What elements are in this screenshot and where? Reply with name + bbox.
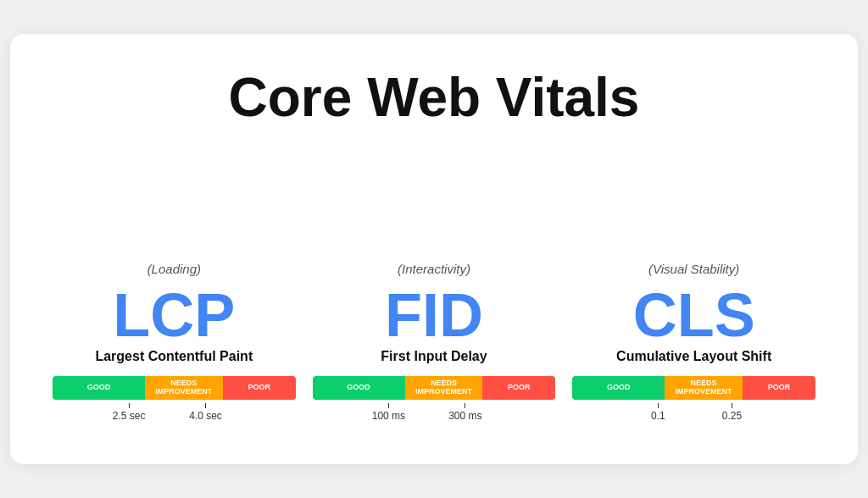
fid-good-label: GOOD [345,382,372,394]
lcp-abbr: LCP [113,285,235,346]
fid-bar-poor: POOR [482,376,555,400]
lcp-name: Largest Contentful Paint [95,349,253,364]
fid-poor-label: POOR [506,382,532,394]
lcp-poor-label: POOR [246,382,272,394]
lcp-bar-needs: NEEDSIMPROVEMENT [145,376,223,400]
lcp-markers: 2.5 sec 4.0 sec [53,403,296,422]
fid-bar: GOOD NEEDSIMPROVEMENT POOR [313,376,556,400]
cls-subtitle: (Visual Stability) [648,262,739,276]
cls-marker-1: 0.1 [651,410,665,422]
fid-subtitle: (Interactivity) [398,262,470,276]
cls-bar-needs: NEEDSIMPROVEMENT [665,376,743,400]
lcp-needs-label: NEEDSIMPROVEMENT [153,378,214,398]
lcp-good-label: GOOD [86,382,113,394]
fid-name: First Input Delay [381,349,487,364]
lcp-bar: GOOD NEEDSIMPROVEMENT POOR [53,376,296,400]
cls-bar-poor: POOR [743,376,815,400]
cls-abbr: CLS [633,285,755,346]
lcp-bar-poor: POOR [223,376,296,400]
fid-bar-good: GOOD [313,376,405,400]
fid-needs-label: NEEDSIMPROVEMENT [414,378,474,398]
fid-bar-container: GOOD NEEDSIMPROVEMENT POOR 100 ms [313,376,556,422]
metric-lcp: (Loading) LCP Largest Contentful Paint G… [53,153,296,422]
cls-markers: 0.1 0.25 [572,403,815,422]
page-title: Core Web Vitals [53,68,815,127]
cls-name: Cumulative Layout Shift [616,349,771,364]
metric-cls: Banner ✕ 👆 (Visual Stability) CLS Cumula… [572,153,815,422]
cls-needs-label: NEEDSIMPROVEMENT [674,378,734,398]
fid-marker-2: 300 ms [448,410,481,422]
cls-good-label: GOOD [605,382,632,394]
cls-poor-label: POOR [766,382,793,394]
fid-bar-needs: NEEDSIMPROVEMENT [405,376,483,400]
lcp-bar-good: GOOD [53,376,145,400]
lcp-subtitle: (Loading) [147,262,201,276]
fid-abbr: FID [385,285,483,346]
metric-fid: (Interactivity) FID First Input Delay GO… [313,153,556,422]
lcp-marker-1: 2.5 sec [113,410,146,422]
cls-bar-container: GOOD NEEDSIMPROVEMENT POOR 0.1 [572,376,815,422]
lcp-bar-container: GOOD NEEDSIMPROVEMENT POOR 2.5 sec [53,376,296,422]
cls-bar: GOOD NEEDSIMPROVEMENT POOR [572,376,815,400]
lcp-marker-2: 4.0 sec [189,410,222,422]
cls-bar-good: GOOD [572,376,665,400]
fid-markers: 100 ms 300 ms [313,403,556,422]
fid-marker-1: 100 ms [372,410,405,422]
cls-marker-2: 0.25 [722,410,742,422]
main-card: Core Web Vitals ( [10,34,858,463]
metrics-grid: (Loading) LCP Largest Contentful Paint G… [53,153,815,422]
